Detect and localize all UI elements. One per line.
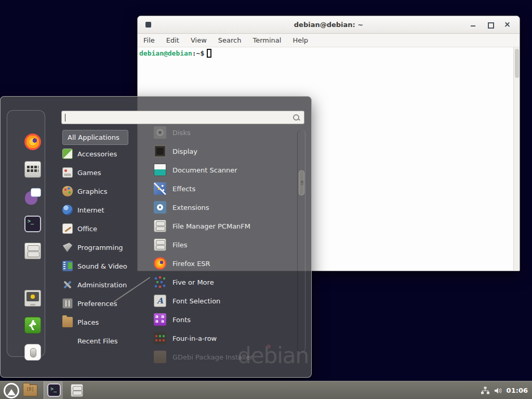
menu-terminal[interactable]: Terminal <box>252 36 281 44</box>
network-icon[interactable] <box>481 387 490 395</box>
lock-screen-button[interactable] <box>24 290 41 307</box>
four-in-a-row-icon <box>154 332 166 344</box>
disks-icon <box>154 126 166 139</box>
pidgin-icon <box>24 188 41 205</box>
app-display[interactable]: Display <box>150 142 296 161</box>
app-effects[interactable]: Effects <box>150 179 296 198</box>
terminal-cursor <box>207 49 211 58</box>
category-label: Recent Files <box>77 337 118 345</box>
places-icon <box>62 317 73 327</box>
app-list-scrollbar-thumb[interactable] <box>299 170 304 195</box>
clock[interactable]: 01:06 <box>507 387 530 394</box>
firefox-icon <box>24 134 41 150</box>
graphics-icon <box>62 186 73 196</box>
accessories-icon <box>62 149 73 159</box>
close-button[interactable] <box>503 20 512 30</box>
programming-icon <box>62 242 73 252</box>
sound-video-icon <box>62 261 73 271</box>
favorite-firefox-button[interactable] <box>24 134 41 150</box>
file-cabinet-icon <box>71 384 83 397</box>
taskbar: 01:06 <box>0 381 532 399</box>
app-disks[interactable]: Disks <box>150 123 296 142</box>
app-label: Disks <box>172 129 191 137</box>
menu-help[interactable]: Help <box>292 36 308 44</box>
category-label: Graphics <box>77 188 107 195</box>
category-office[interactable]: Office <box>62 219 149 238</box>
category-internet[interactable]: Internet <box>62 201 149 219</box>
app-gdebi-package-installer[interactable]: GDebi Package Installer <box>150 348 296 366</box>
category-places[interactable]: Places <box>62 313 149 331</box>
category-label: Places <box>77 318 99 326</box>
five-or-more-icon <box>154 276 166 288</box>
category-label: Preferences <box>77 300 117 308</box>
favorite-pidgin-button[interactable] <box>24 188 41 205</box>
app-font-selection[interactable]: Font Selection <box>150 291 296 310</box>
category-recent-files[interactable]: Recent Files <box>62 331 149 350</box>
taskbar-file-manager-button[interactable] <box>23 384 37 396</box>
taskbar-terminal-task-button[interactable] <box>44 381 63 399</box>
document-scanner-icon <box>154 164 166 176</box>
category-games[interactable]: Games <box>62 163 149 182</box>
category-accessories[interactable]: Accessories <box>62 144 149 163</box>
app-files[interactable]: Files <box>150 235 296 254</box>
app-menu: All Applications Accessories Games Graph… <box>0 96 312 378</box>
games-icon <box>62 167 73 178</box>
shut-down-icon <box>24 344 41 361</box>
category-programming[interactable]: Programming <box>62 238 149 257</box>
app-fonts[interactable]: Fonts <box>150 310 296 329</box>
internet-icon <box>62 205 73 215</box>
category-sound-video[interactable]: Sound & Video <box>62 257 149 275</box>
system-tray: 01:06 <box>481 381 530 399</box>
app-label: Display <box>172 148 197 155</box>
favorite-installer-button[interactable] <box>24 161 41 178</box>
search-input[interactable] <box>65 112 288 123</box>
category-label: Programming <box>77 244 123 251</box>
app-list-scrollbar[interactable] <box>297 130 305 352</box>
favorites-sidebar <box>7 110 45 357</box>
extensions-icon <box>154 201 166 214</box>
log-out-button[interactable] <box>24 317 41 334</box>
app-firefox-esr[interactable]: Firefox ESR <box>150 254 296 273</box>
category-label: Internet <box>77 206 104 214</box>
favorite-file-manager-button[interactable] <box>24 243 41 259</box>
menu-search[interactable]: Search <box>218 36 242 44</box>
app-extensions[interactable]: Extensions <box>150 198 296 217</box>
all-applications-button[interactable]: All Applications <box>62 130 128 145</box>
text-caret <box>65 114 65 122</box>
menu-edit[interactable]: Edit <box>166 36 179 44</box>
search-box <box>61 111 304 124</box>
display-icon <box>154 145 166 157</box>
terminal-prompt: debian@debian:~$ <box>139 49 211 58</box>
shut-down-button[interactable] <box>24 344 41 361</box>
menu-view[interactable]: View <box>191 36 207 44</box>
desktop[interactable]: debian debian@debian: ~ File Edit View S… <box>0 0 532 399</box>
search-icon <box>293 114 300 121</box>
menu-file[interactable]: File <box>143 36 155 44</box>
app-four-in-a-row[interactable]: Four-in-a-row <box>150 329 296 348</box>
prompt-user-host: debian@debian <box>139 49 192 57</box>
app-document-scanner[interactable]: Document Scanner <box>150 161 296 179</box>
lock-screen-icon <box>24 290 41 307</box>
minimize-button[interactable] <box>469 20 478 30</box>
app-label: Four-in-a-row <box>172 335 217 342</box>
installer-keyboard-icon <box>24 161 41 178</box>
taskbar-menu-button[interactable] <box>4 383 19 398</box>
terminal-scrollbar-thumb[interactable] <box>515 49 519 78</box>
category-administration[interactable]: Administration <box>62 275 149 294</box>
app-label: Five or More <box>172 278 214 286</box>
terminal-titlebar[interactable]: debian@debian: ~ <box>138 16 520 34</box>
category-label: Games <box>77 169 101 177</box>
maximize-button[interactable] <box>486 20 495 30</box>
app-file-manager-pcmanfm[interactable]: File Manager PCManFM <box>150 217 296 235</box>
app-five-or-more[interactable]: Five or More <box>150 273 296 291</box>
app-label: GDebi Package Installer <box>172 353 253 361</box>
taskbar-file-cabinet-button[interactable] <box>71 384 83 397</box>
terminal-scrollbar[interactable] <box>513 47 520 270</box>
app-label: Font Selection <box>172 297 220 305</box>
category-preferences[interactable]: Preferences <box>62 294 149 313</box>
favorite-terminal-button[interactable] <box>24 216 41 232</box>
volume-icon[interactable] <box>494 387 502 394</box>
office-icon <box>62 223 73 234</box>
gdebi-icon <box>154 351 166 363</box>
category-graphics[interactable]: Graphics <box>62 182 149 201</box>
